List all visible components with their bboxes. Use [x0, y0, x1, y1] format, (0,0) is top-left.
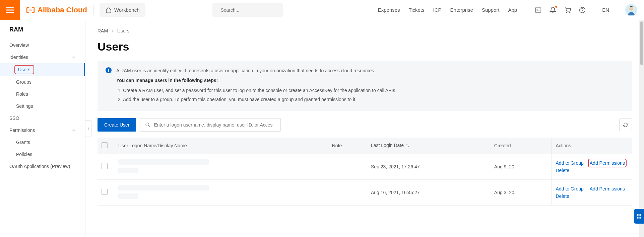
col-last-login[interactable]: Last Login Date	[367, 138, 490, 154]
action-add-to-group[interactable]: Add to Group	[556, 186, 584, 191]
sidebar-item-overview[interactable]: Overview	[0, 39, 85, 51]
select-all-checkbox[interactable]	[102, 142, 108, 148]
chevron-left-icon	[87, 127, 90, 130]
sidebar-label: Overview	[9, 43, 29, 48]
global-search[interactable]	[212, 3, 283, 17]
action-delete[interactable]: Delete	[556, 168, 569, 173]
create-user-button[interactable]: Create User	[98, 118, 136, 132]
sidebar-label: OAuth Applications (Preview)	[9, 164, 70, 169]
info-step-2: Add the user to a group. To perform this…	[123, 95, 396, 104]
action-delete[interactable]: Delete	[556, 193, 569, 199]
redacted-text	[118, 168, 138, 173]
refresh-button[interactable]	[619, 118, 632, 131]
sidebar-label: Policies	[16, 152, 32, 157]
nav-icp[interactable]: ICP	[433, 7, 442, 13]
language-switch[interactable]: EN	[602, 7, 609, 13]
table-row: Sep 23, 2021, 17:26:47Aug 9, 20Add to Gr…	[98, 154, 632, 180]
cloudshell-icon[interactable]	[534, 6, 542, 14]
svg-rect-13	[637, 217, 638, 219]
svg-rect-14	[640, 217, 641, 219]
sidebar-item-permissions[interactable]: Permissions	[0, 124, 85, 136]
user-avatar[interactable]	[625, 4, 637, 16]
notification-icon[interactable]	[549, 6, 557, 14]
action-add-permissions[interactable]: Add Permissions	[590, 186, 625, 191]
col-created[interactable]: Created	[490, 138, 552, 154]
col-note[interactable]: Note	[328, 138, 367, 154]
action-add-to-group[interactable]: Add to Group	[556, 160, 584, 166]
help-icon[interactable]	[579, 6, 586, 14]
cell-created: Aug 3, 20	[490, 179, 552, 205]
svg-rect-0	[6, 7, 14, 8]
sort-icon	[406, 143, 410, 149]
col-label: Last Login Date	[371, 143, 404, 148]
svg-rect-1	[6, 9, 14, 10]
search-input[interactable]	[220, 7, 279, 13]
menu-toggle[interactable]	[0, 0, 20, 20]
nav-support[interactable]: Support	[482, 7, 500, 13]
sidebar-item-users[interactable]: Users	[0, 63, 85, 76]
sidebar-label: Roles	[16, 91, 28, 97]
cell-name	[114, 154, 328, 180]
action-add-permissions[interactable]: Add Permissions	[590, 160, 625, 166]
redacted-text	[118, 159, 209, 165]
cell-actions: Add to GroupAdd PermissionsDelete	[552, 179, 632, 205]
sidebar-item-grants[interactable]: Grants	[0, 136, 85, 148]
nav-tickets[interactable]: Tickets	[409, 7, 425, 13]
row-checkbox[interactable]	[102, 163, 108, 169]
grid-icon	[636, 213, 642, 219]
scrollbar-track[interactable]	[639, 20, 644, 237]
svg-point-6	[570, 12, 570, 13]
col-name[interactable]: User Logon Name/Display Name	[114, 138, 328, 154]
cell-actions: Add to GroupAdd PermissionsDelete	[552, 154, 632, 180]
hamburger-icon	[6, 6, 14, 14]
cell-note	[328, 154, 367, 180]
sidebar-collapse[interactable]	[85, 120, 91, 137]
svg-point-9	[629, 7, 633, 11]
cell-last-login: Aug 16, 2021, 16:45:27	[367, 179, 490, 205]
sidebar-item-groups[interactable]: Groups	[0, 76, 85, 88]
sidebar-item-identities[interactable]: Identities	[0, 51, 85, 63]
svg-rect-12	[640, 214, 641, 216]
table-row: Aug 16, 2021, 16:45:27Aug 3, 20Add to Gr…	[98, 179, 632, 205]
divider	[93, 5, 93, 15]
svg-rect-2	[6, 12, 14, 13]
col-actions: Actions	[552, 138, 632, 154]
page-title: Users	[98, 40, 632, 53]
redacted-text	[118, 185, 209, 190]
scrollbar-thumb[interactable]	[640, 21, 643, 65]
crumb-root[interactable]: RAM	[98, 28, 108, 33]
user-filter[interactable]	[140, 118, 281, 132]
cell-last-login: Sep 23, 2021, 17:26:47	[367, 154, 490, 180]
sidebar-item-policies[interactable]: Policies	[0, 148, 85, 160]
brand-logo-text[interactable]: Alibaba Cloud	[26, 6, 87, 14]
side-fab[interactable]	[634, 209, 644, 224]
sidebar-item-roles[interactable]: Roles	[0, 88, 85, 100]
sidebar-item-settings[interactable]: Settings	[0, 100, 85, 112]
cart-icon[interactable]	[564, 6, 571, 14]
filter-input[interactable]	[154, 122, 276, 128]
sidebar-label: SSO	[9, 115, 19, 121]
chevron-up-icon	[71, 55, 76, 60]
info-icon: i	[106, 67, 112, 73]
workbench-button[interactable]: Workbench	[100, 3, 146, 17]
row-checkbox[interactable]	[102, 189, 108, 195]
notification-dot	[555, 6, 557, 8]
users-table: User Logon Name/Display Name Note Last L…	[98, 138, 632, 206]
svg-point-10	[146, 123, 149, 126]
home-icon	[106, 7, 112, 13]
search-icon	[145, 122, 150, 128]
cell-created: Aug 9, 20	[490, 154, 552, 180]
svg-point-5	[567, 12, 567, 13]
nav-enterprise[interactable]: Enterprise	[450, 7, 473, 13]
sidebar-label: Identities	[9, 55, 28, 60]
crumb-sep: /	[112, 28, 113, 33]
nav-expenses[interactable]: Expenses	[378, 7, 400, 13]
sidebar-label: Groups	[16, 79, 31, 85]
sidebar-item-sso[interactable]: SSO	[0, 112, 85, 124]
info-text-2: You can manage users in the following st…	[116, 76, 396, 85]
sidebar-item-oauth[interactable]: OAuth Applications (Preview)	[0, 160, 85, 172]
nav-app[interactable]: App	[508, 7, 517, 13]
chevron-up-icon	[71, 128, 76, 133]
workbench-label: Workbench	[114, 7, 140, 13]
svg-rect-11	[637, 214, 638, 216]
